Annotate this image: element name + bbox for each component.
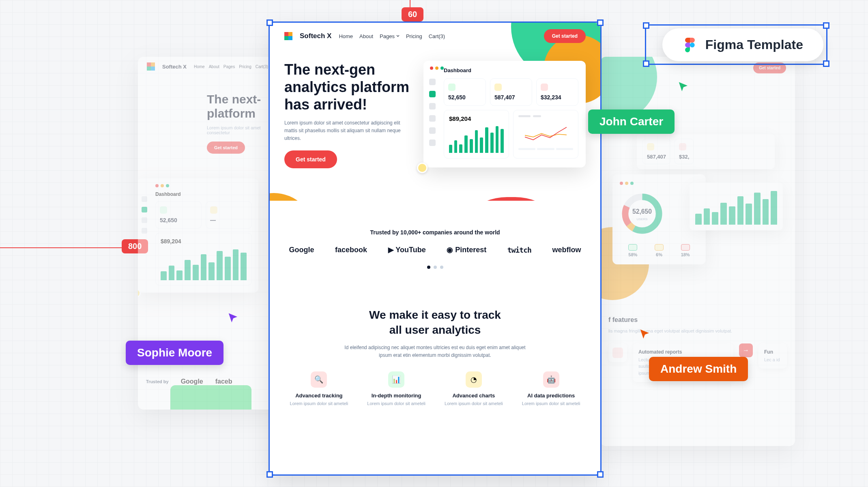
- pct-3: 18%: [681, 252, 690, 257]
- brand-name: Softech X: [162, 64, 187, 70]
- selection-handle[interactable]: [597, 471, 604, 478]
- nav-pricing[interactable]: Pricing: [239, 64, 251, 69]
- logo-facebook-left: faceb: [215, 378, 232, 385]
- logo-icon: [147, 62, 155, 71]
- pct-2: 6%: [655, 252, 664, 257]
- card2-body: Lec a id: [764, 356, 781, 363]
- selection-handle[interactable]: [823, 60, 829, 67]
- selection-frame-main[interactable]: [269, 21, 602, 476]
- cursor-orange: [639, 328, 651, 342]
- selection-handle[interactable]: [266, 471, 273, 478]
- features-body-right: lis magna fringilla urna eget volutpat a…: [608, 328, 787, 335]
- figma-logo-icon: [683, 38, 697, 52]
- dash-title-left: Dashboard: [155, 191, 252, 197]
- green-bar-deco: [170, 385, 251, 410]
- nav-cart[interactable]: Cart(3): [256, 64, 268, 69]
- selection-handle[interactable]: [823, 22, 829, 29]
- stat-d-left: $89,204: [161, 238, 247, 245]
- card2-title: Fun: [764, 349, 781, 355]
- pct-1: 58%: [628, 252, 637, 257]
- trusted-label-left: Trusted by: [146, 379, 169, 384]
- selection-handle[interactable]: [266, 19, 273, 26]
- svg-point-0: [690, 43, 694, 47]
- user-tag-orange[interactable]: Andrew Smith: [649, 357, 748, 381]
- user-tag-green[interactable]: John Carter: [588, 109, 675, 134]
- donut-chart: 52,650 USERS: [620, 191, 664, 236]
- figma-pill-label: Figma Template: [705, 37, 803, 52]
- dashboard-card-left: Dashboard 52,650 — $89,204: [138, 178, 258, 293]
- selection-handle[interactable]: [643, 60, 649, 67]
- cta-button-left[interactable]: Get started: [207, 142, 245, 154]
- window-dots: [620, 182, 698, 185]
- avatar-icon: [138, 289, 141, 298]
- bars-card-right: [690, 182, 783, 230]
- stats-strip: 587,407 $32,: [637, 134, 775, 169]
- cursor-green: [677, 81, 690, 95]
- selection-handle[interactable]: [597, 19, 604, 26]
- svg-text:USERS: USERS: [636, 217, 647, 221]
- nav: Home About Pages Pricing Cart(3): [194, 64, 268, 69]
- logo-google-left: Google: [181, 378, 203, 385]
- nav-home[interactable]: Home: [194, 64, 205, 69]
- cursor-purple: [227, 312, 239, 326]
- features-heading-right: f features: [608, 316, 787, 324]
- card1-title: Automated reports: [638, 349, 728, 355]
- topbar: Softech X Home About Pages Pricing Cart(…: [138, 57, 284, 76]
- measurement-guide-horizontal: [0, 247, 138, 248]
- nav-pages[interactable]: Pages: [223, 64, 235, 69]
- selection-handle[interactable]: [643, 22, 649, 29]
- svg-text:52,650: 52,650: [632, 208, 652, 215]
- measurement-badge-top: 60: [402, 7, 423, 21]
- stat-b-right: 587,407: [647, 154, 666, 160]
- figma-template-pill[interactable]: Figma Template: [662, 28, 823, 61]
- nav-about[interactable]: About: [209, 64, 219, 69]
- stat-a-left: 52,650: [160, 217, 197, 223]
- next-arrow-button[interactable]: →: [739, 343, 753, 357]
- user-tag-purple[interactable]: Sophie Moore: [126, 341, 223, 365]
